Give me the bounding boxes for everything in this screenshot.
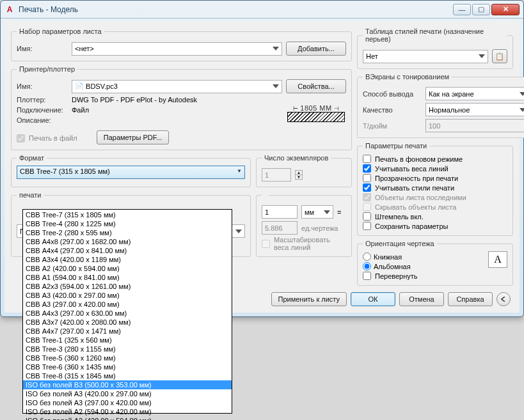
shaded-legend: ВЭкраны с тонированием <box>363 73 452 81</box>
plot-options-group: Параметры печати Печать в фоновом режиме… <box>357 142 513 236</box>
cancel-button[interactable]: Отмена <box>399 292 444 306</box>
format-legend: Формат <box>17 154 47 162</box>
print-to-file-check: Печать в файл <box>17 134 77 143</box>
format-option[interactable]: СВВ Tree-5 (360 x 1260 мм) <box>23 354 232 362</box>
format-option[interactable]: СВВ Tree-2 (280 x 595 мм) <box>23 228 232 237</box>
format-option[interactable]: СВВ Tree-7 (315 x 1805 мм) <box>23 210 232 219</box>
printer-group: Принтер/плоттер Имя: 📄 BDSV.pc3 Свойства… <box>11 65 352 150</box>
window-title: Печать - Модель <box>19 5 453 14</box>
format-option[interactable]: СВВ Tree-8 (315 x 1845 мм) <box>23 371 232 380</box>
printer-name-select[interactable]: 📄 BDSV.pc3 <box>72 80 282 93</box>
format-option[interactable]: ISO без полей B3 (500.00 x 353.00 мм) <box>23 380 232 389</box>
format-option[interactable]: СВВ A3 (297.00 x 420.00 мм) <box>23 300 232 309</box>
shade-quality-select[interactable]: Нормальное <box>425 103 524 116</box>
format-option[interactable]: СВВ Tree-3 (280 x 1155 мм) <box>23 345 232 354</box>
plotter-label: Плоттер: <box>17 96 68 104</box>
paper-format-select[interactable]: СВВ Tree-7 (315 x 1805 мм) <box>17 166 245 179</box>
copies-group: Число экземпляров ▲▼ <box>256 154 352 187</box>
titlebar[interactable]: A Печать - Модель — ▢ ✕ <box>1 1 523 19</box>
apply-to-layout-button[interactable]: Применить к листу <box>271 292 347 306</box>
copies-legend: Число экземпляров <box>262 154 331 162</box>
dpi-input <box>425 119 524 132</box>
format-option[interactable]: СВВ Tree-4 (280 x 1225 мм) <box>23 219 232 228</box>
shade-mode-select[interactable]: Как на экране <box>425 87 524 100</box>
format-option[interactable]: ISO без полей A2 (594.00 x 420.00 мм) <box>23 407 232 416</box>
orient-landscape[interactable]: Альбомная <box>363 262 488 270</box>
plotter-value: DWG To PDF - PDF ePlot - by Autodesk <box>72 96 197 104</box>
plot-area-legend: печати <box>17 191 44 199</box>
printer-legend: Принтер/плоттер <box>17 65 77 73</box>
format-option[interactable]: СВВ A1 (594.00 x 841.00 мм) <box>23 273 232 282</box>
close-button[interactable]: ✕ <box>491 4 520 15</box>
scale-group: мм= ед.чертежа Масштабировать веса линий <box>256 191 352 257</box>
format-option[interactable]: СВВ A2x3 (594.00 x 1261.00 мм) <box>23 282 232 291</box>
description-label: Описание: <box>17 116 68 124</box>
format-option[interactable]: СВВ A3x4 (420.00 x 1189 мм) <box>23 255 232 264</box>
plot-options-legend: Параметры печати <box>363 142 429 150</box>
dpi-label: Т/дюйм <box>363 122 422 130</box>
scale-units-input[interactable] <box>262 205 298 219</box>
opt-background[interactable]: Печать в фоновом режиме <box>363 155 507 163</box>
help-button[interactable]: Справка <box>448 292 493 306</box>
style-table-legend: Таблица стилей печати (назначение перьев… <box>363 27 507 43</box>
page-setup-group: Набор параметров листа Имя: <нет> Добави… <box>11 27 352 61</box>
opt-paperspace-last: Объекты листа последними <box>363 193 507 201</box>
maximize-button[interactable]: ▢ <box>472 4 490 15</box>
shade-quality-label: Качество <box>363 106 422 114</box>
opt-lineweights[interactable]: Учитывать веса линий <box>363 164 507 173</box>
paper-format-dropdown-list[interactable]: СВВ Tree-7 (315 x 1805 мм)СВВ Tree-4 (28… <box>22 209 232 414</box>
orient-portrait[interactable]: Книжная <box>363 253 488 261</box>
opt-save-changes[interactable]: Сохранить параметры <box>363 222 507 230</box>
orientation-group: Ориентация чертежа Книжная Альбомная Пер… <box>357 240 513 286</box>
opt-stamp[interactable]: Штемпель вкл. <box>363 212 507 221</box>
copies-input <box>262 168 291 182</box>
format-option[interactable]: СВВ A3x7 (420.00 x 2080.00 мм) <box>23 318 232 327</box>
drawing-units-label: ед.чертежа <box>301 224 338 232</box>
orient-upside[interactable]: Перевернуть <box>363 272 488 280</box>
format-option[interactable]: СВВ A4x4 (297.00 x 841.00 мм) <box>23 246 232 255</box>
page-setup-name-label: Имя: <box>17 45 68 52</box>
format-option[interactable]: СВВ Tree-6 (360 x 1435 мм) <box>23 362 232 371</box>
style-table-edit-button[interactable]: 📋 <box>492 49 507 63</box>
pdf-options-button[interactable]: Параметры PDF... <box>97 130 170 144</box>
collapse-button[interactable] <box>496 292 511 306</box>
scale-units-select[interactable]: мм <box>301 205 333 219</box>
orientation-legend: Ориентация чертежа <box>363 240 437 247</box>
format-option[interactable]: СВВ A4x3 (297.00 x 630.00 мм) <box>23 309 232 318</box>
opt-transparency[interactable]: Прозрачность при печати <box>363 174 507 182</box>
page-setup-legend: Набор параметров листа <box>17 27 104 35</box>
printer-name-label: Имя: <box>17 82 68 90</box>
format-option[interactable]: ISO без полей A2 (420.00 x 594.00 мм) <box>23 416 232 420</box>
format-option[interactable]: ISO без полей A3 (420.00 x 297.00 мм) <box>23 389 232 398</box>
shaded-viewport-group: ВЭкраны с тонированием Способ выводаКак … <box>357 73 524 138</box>
shade-mode-label: Способ вывода <box>363 90 422 98</box>
equals-label: = <box>337 208 341 216</box>
format-option[interactable]: СВВ Tree-1 (325 x 560 мм) <box>23 336 232 345</box>
opt-plotstyles[interactable]: Учитывать стили печати <box>363 183 507 192</box>
orientation-icon: A <box>488 251 507 268</box>
app-icon: A <box>4 4 15 15</box>
printer-props-button[interactable]: Свойства... <box>286 79 346 93</box>
format-group: Формат СВВ Tree-7 (315 x 1805 мм) <box>11 154 251 187</box>
scale-lineweights-check: Масштабировать веса линий <box>262 236 346 251</box>
format-option[interactable]: СВВ A4x7 (297.00 x 1471 мм) <box>23 327 232 336</box>
format-option[interactable]: СВВ A3 (420.00 x 297.00 мм) <box>23 291 232 300</box>
minimize-button[interactable]: — <box>453 4 471 15</box>
style-table-group: Таблица стилей печати (назначение перьев… <box>357 27 513 69</box>
connection-label: Подключение: <box>17 106 68 114</box>
dialog-footer: Применить к листу ОК Отмена Справка <box>271 292 511 306</box>
scale-drawing-input <box>262 221 298 235</box>
ok-button[interactable]: ОК <box>351 292 395 306</box>
paper-preview-icon: ⊢ 1805 MM ⊣ <box>286 93 346 133</box>
connection-value: Файл <box>72 106 89 114</box>
format-option[interactable]: ISO без полей A3 (297.00 x 420.00 мм) <box>23 398 232 407</box>
add-pagesetup-button[interactable]: Добавить... <box>286 42 346 56</box>
style-table-select[interactable]: Нет <box>363 50 488 63</box>
page-setup-name-select[interactable]: <нет> <box>72 42 282 56</box>
format-option[interactable]: СВВ A2 (420.00 x 594.00 мм) <box>23 264 232 273</box>
opt-hide-objects: Скрывать объекты листа <box>363 203 507 211</box>
format-option[interactable]: СВВ A4x8 (297.00 x 1682.00 мм) <box>23 237 232 246</box>
